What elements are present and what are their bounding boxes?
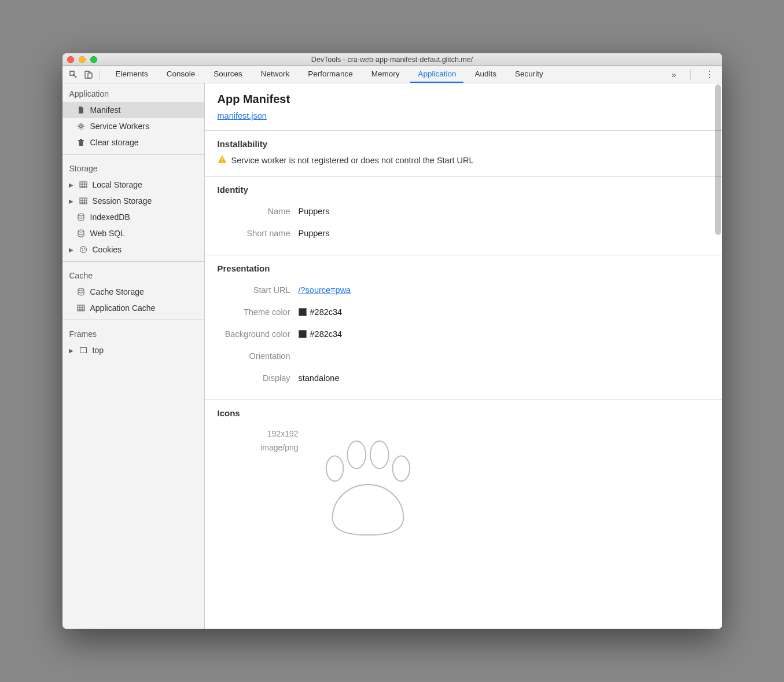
svg-point-17: [392, 456, 410, 481]
settings-menu-icon[interactable]: ⋮: [700, 69, 719, 80]
svg-rect-1: [88, 73, 92, 78]
trash-icon: [76, 138, 86, 147]
svg-point-15: [347, 441, 366, 469]
sidebar-divider: [62, 154, 204, 155]
svg-point-9: [84, 248, 85, 250]
section-title: Presentation: [218, 263, 709, 273]
sidebar-item-label: Manifest: [90, 105, 121, 115]
kv-value: #282c34: [299, 329, 343, 339]
start-url-link[interactable]: /?source=pwa: [299, 285, 351, 295]
sidebar-group-storage: Storage: [62, 158, 204, 177]
sidebar-item-application-cache[interactable]: Application Cache: [62, 300, 204, 316]
kv-value: #282c34: [299, 307, 343, 317]
sidebar-item-web-sql[interactable]: Web SQL: [62, 225, 204, 241]
section-title: Identity: [218, 185, 709, 195]
kv-value: Puppers: [299, 207, 330, 216]
chevron-right-icon: ▶: [68, 198, 74, 204]
kv-value: standalone: [299, 373, 340, 383]
db-icon: [76, 229, 86, 238]
db-icon: [76, 212, 86, 222]
presentation-start-url-row: Start URL /?source=pwa: [218, 279, 709, 301]
toolbar-separator: [690, 69, 691, 80]
tab-console[interactable]: Console: [159, 66, 203, 83]
sidebar-item-manifest[interactable]: Manifest: [62, 102, 204, 118]
tab-application[interactable]: Application: [410, 66, 463, 83]
identity-name-row: Name Puppers: [218, 200, 709, 222]
sidebar-item-cookies[interactable]: ▶ Cookies: [62, 241, 204, 258]
sidebar-item-label: Web SQL: [90, 229, 125, 238]
sidebar-divider: [62, 261, 204, 262]
kv-label: Background color: [218, 329, 299, 339]
sidebar-item-label: Application Cache: [90, 303, 156, 313]
warning-text: Service worker is not registered or does…: [231, 156, 474, 165]
section-presentation: Presentation Start URL /?source=pwa Them…: [205, 255, 722, 399]
toolbar-separator: [100, 69, 100, 80]
device-toggle-icon[interactable]: [81, 67, 96, 82]
svg-rect-13: [80, 348, 86, 353]
theme-color-value: #282c34: [310, 307, 343, 317]
grid-icon: [79, 196, 88, 206]
section-identity: Identity Name Puppers Short name Puppers: [205, 176, 722, 255]
tab-memory[interactable]: Memory: [364, 66, 407, 83]
theme-color-swatch: [299, 308, 307, 316]
svg-point-10: [82, 250, 83, 251]
svg-point-16: [370, 441, 388, 469]
file-icon: [76, 105, 86, 115]
kv-label: Name: [218, 207, 299, 216]
icon-preview-paw: [312, 427, 424, 555]
window-title: DevTools - cra-web-app-manifest-defaut.g…: [62, 56, 722, 64]
svg-point-8: [82, 248, 83, 249]
sidebar-item-clear-storage[interactable]: Clear storage: [62, 134, 204, 151]
sidebar-item-indexeddb[interactable]: IndexedDB: [62, 209, 204, 225]
kv-label: Short name: [218, 229, 299, 238]
sidebar-group-frames: Frames: [62, 324, 204, 342]
svg-point-7: [80, 247, 86, 253]
sidebar-divider: [62, 320, 204, 320]
sidebar-item-label: IndexedDB: [90, 212, 130, 222]
grid-icon: [76, 303, 86, 313]
more-tabs-icon[interactable]: »: [667, 70, 681, 79]
sidebar-item-label: Service Workers: [90, 122, 149, 131]
tab-performance[interactable]: Performance: [300, 66, 360, 83]
tab-network[interactable]: Network: [253, 66, 297, 83]
tab-sources[interactable]: Sources: [206, 66, 250, 83]
sidebar-item-label: Cache Storage: [90, 287, 144, 296]
identity-short-name-row: Short name Puppers: [218, 222, 709, 244]
sidebar-item-label: Clear storage: [90, 138, 139, 147]
cookie-icon: [79, 245, 88, 254]
tab-security[interactable]: Security: [507, 66, 551, 83]
chevron-right-icon: ▶: [68, 347, 74, 354]
sidebar-item-service-workers[interactable]: Service Workers: [62, 118, 204, 134]
presentation-display-row: Display standalone: [218, 367, 709, 389]
tab-audits[interactable]: Audits: [467, 66, 504, 83]
svg-point-14: [326, 456, 343, 481]
presentation-orientation-row: Orientation: [218, 345, 709, 367]
sidebar-item-session-storage[interactable]: ▶ Session Storage: [62, 193, 204, 209]
sidebar-item-top-frame[interactable]: ▶ top: [62, 342, 204, 358]
sidebar-item-cache-storage[interactable]: Cache Storage: [62, 284, 204, 300]
section-title: Icons: [218, 408, 709, 418]
devtools-window: DevTools - cra-web-app-manifest-defaut.g…: [62, 53, 722, 629]
svg-point-5: [78, 214, 84, 216]
panel-tabs: Elements Console Sources Network Perform…: [108, 66, 551, 83]
tab-elements[interactable]: Elements: [108, 66, 156, 83]
sidebar-item-local-storage[interactable]: ▶ Local Storage: [62, 177, 204, 193]
section-installability: Installability Service worker is not reg…: [205, 130, 722, 176]
devtools-toolbar: Elements Console Sources Network Perform…: [62, 66, 722, 83]
kv-label: Orientation: [218, 351, 299, 361]
scrollbar-thumb[interactable]: [715, 85, 721, 235]
content-area: Application Manifest Service Workers Cle…: [62, 83, 722, 629]
warning-icon: [218, 155, 227, 166]
background-color-value: #282c34: [310, 329, 343, 339]
kv-value: Puppers: [299, 229, 330, 238]
sidebar-item-label: top: [93, 346, 104, 355]
kv-label: Theme color: [218, 307, 299, 317]
manifest-json-link[interactable]: manifest.json: [218, 111, 267, 120]
chevron-right-icon: ▶: [68, 182, 74, 188]
sidebar-item-label: Session Storage: [93, 196, 152, 206]
installability-warning: Service worker is not registered or does…: [218, 155, 709, 166]
inspect-element-icon[interactable]: [66, 67, 81, 82]
window-titlebar: DevTools - cra-web-app-manifest-defaut.g…: [62, 53, 722, 66]
svg-point-11: [78, 288, 84, 291]
icon-mime: image/png: [218, 441, 299, 455]
